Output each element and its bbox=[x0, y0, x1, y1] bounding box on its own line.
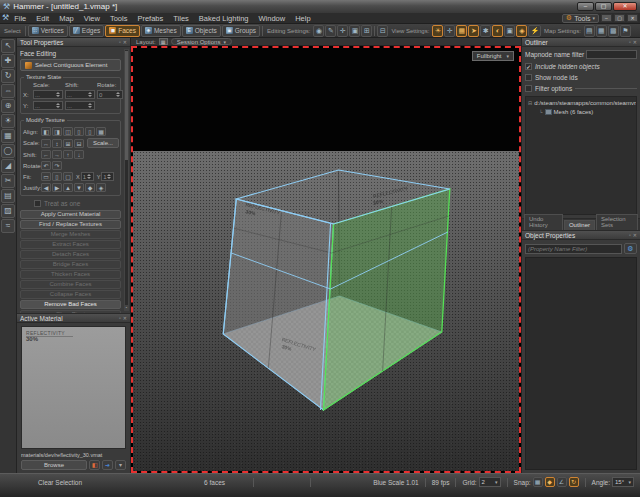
menu-map[interactable]: Map bbox=[54, 14, 79, 23]
fullbright-dropdown[interactable]: Fullbright ▾ bbox=[472, 51, 514, 61]
mode-objects-button[interactable]: E Objects bbox=[182, 25, 221, 37]
displacement-tool-button[interactable]: ≈ bbox=[1, 219, 15, 233]
tree-mesh-node[interactable]: └ Mesh (6 faces) bbox=[539, 109, 634, 115]
scale-x-field[interactable]: ... bbox=[33, 90, 63, 99]
collapse-icon[interactable]: ⊟ bbox=[528, 100, 532, 106]
tree-root-node[interactable]: ⊟ d:/steam/steamapps/common/steamvr/tool… bbox=[528, 100, 634, 106]
mdi-close-button[interactable]: ✕ bbox=[627, 14, 638, 22]
fit-y-field[interactable]: 1 bbox=[101, 172, 114, 181]
snap-rotation-icon[interactable]: ↻ bbox=[569, 477, 579, 487]
grid-size-dropdown[interactable]: 2 ▾ bbox=[479, 477, 501, 487]
snap-vertex-icon[interactable]: ◆ bbox=[545, 477, 555, 487]
mode-meshes-button[interactable]: ◈ Meshes bbox=[141, 25, 181, 37]
mdi-restore-button[interactable]: ▢ bbox=[614, 14, 625, 22]
apply-current-material-button[interactable]: Apply Current Material bbox=[20, 210, 121, 219]
show-node-ids-checkbox[interactable] bbox=[525, 74, 532, 81]
player-start-icon[interactable]: ✛ bbox=[444, 25, 455, 37]
scrollbar-end-icon[interactable]: ▪ bbox=[125, 305, 128, 310]
viewport-3d[interactable]: REFLECTIVITY 30% REFLECTIVITY 30% REFLEC… bbox=[131, 46, 521, 473]
scale-up-icon[interactable]: ⊞ bbox=[63, 139, 73, 148]
lasso-tool-button[interactable]: ◯ bbox=[1, 144, 15, 158]
scale-dialog-button[interactable]: Scale... bbox=[87, 138, 119, 148]
property-filter-input[interactable]: (Property Name Filter) bbox=[525, 244, 622, 254]
material-tool-button[interactable]: ▨ bbox=[1, 204, 15, 218]
fit-h-icon[interactable]: ▯ bbox=[52, 172, 62, 181]
shift-y-field[interactable]: ... bbox=[65, 101, 95, 110]
float-panel-icon[interactable]: ▫ bbox=[119, 315, 121, 321]
menu-view[interactable]: View bbox=[79, 14, 105, 23]
clip-tool-button[interactable]: ◢ bbox=[1, 159, 15, 173]
justify-left-icon[interactable]: ◀ bbox=[41, 183, 51, 192]
close-panel-icon[interactable]: ✕ bbox=[123, 39, 127, 45]
menu-tiles[interactable]: Tiles bbox=[168, 14, 194, 23]
fit-v-icon[interactable]: ▢ bbox=[63, 172, 73, 181]
maximize-button[interactable]: ▢ bbox=[595, 2, 612, 11]
runner-icon[interactable]: ⚡ bbox=[528, 25, 541, 37]
mode-groups-button[interactable]: ▣ Groups bbox=[222, 25, 260, 37]
mode-edges-button[interactable]: ╱ Edges bbox=[69, 25, 104, 37]
fullbright-icon[interactable]: ☀ bbox=[432, 25, 443, 37]
fit-both-icon[interactable]: ▭ bbox=[41, 172, 51, 181]
float-panel-icon[interactable]: ▫ bbox=[629, 232, 631, 238]
minimize-button[interactable]: – bbox=[577, 2, 594, 11]
float-panel-icon[interactable]: ▫ bbox=[119, 39, 121, 45]
align-left-icon[interactable]: ◧ bbox=[41, 127, 51, 136]
tab-selection-sets[interactable]: Selection Sets bbox=[596, 214, 638, 230]
tab-outliner[interactable]: Outliner bbox=[564, 220, 595, 230]
align-bottom-icon[interactable]: ▯ bbox=[85, 127, 95, 136]
shift-x-field[interactable]: ... bbox=[65, 90, 95, 99]
shift-up-icon[interactable]: ↑ bbox=[63, 150, 73, 159]
menu-window[interactable]: Window bbox=[253, 14, 290, 23]
rotate-field[interactable]: 0 bbox=[97, 90, 123, 99]
scrollbar-thumb[interactable] bbox=[125, 51, 128, 160]
close-panel-icon[interactable]: ✕ bbox=[123, 315, 127, 321]
rotate-ccw-icon[interactable]: ↶ bbox=[41, 161, 51, 170]
close-button[interactable]: ✕ bbox=[613, 2, 637, 11]
move-tool-button[interactable]: ✚ bbox=[1, 54, 15, 68]
menu-prefabs[interactable]: Prefabs bbox=[132, 14, 168, 23]
compile-icon[interactable]: ▤ bbox=[584, 25, 595, 37]
justify-bottom-icon[interactable]: ▼ bbox=[74, 183, 84, 192]
light-tool-button[interactable]: ☀ bbox=[1, 114, 15, 128]
mapnode-filter-input[interactable] bbox=[586, 50, 637, 59]
rotate-tool-button[interactable]: ↻ bbox=[1, 69, 15, 83]
flag-icon[interactable]: ⚑ bbox=[620, 25, 631, 37]
rotate-cw-icon[interactable]: ↷ bbox=[52, 161, 62, 170]
scale-tool-button[interactable]: ⇔ bbox=[1, 84, 15, 98]
property-gear-icon[interactable]: ⚙ bbox=[624, 243, 637, 254]
close-panel-icon[interactable]: ✕ bbox=[633, 39, 637, 45]
close-panel-icon[interactable]: ✕ bbox=[633, 232, 637, 238]
layout-grid-icon[interactable]: ▦ bbox=[159, 38, 168, 45]
float-panel-icon[interactable]: ▫ bbox=[629, 39, 631, 45]
grid-icon[interactable]: ▣ bbox=[504, 25, 515, 37]
menu-edit[interactable]: Edit bbox=[31, 14, 54, 23]
shift-right-icon[interactable]: → bbox=[52, 150, 62, 159]
find-replace-textures-button[interactable]: Find / Replace Textures bbox=[20, 220, 121, 229]
shift-left-icon[interactable]: ← bbox=[41, 150, 51, 159]
angle-dropdown[interactable]: 15° ▾ bbox=[612, 477, 634, 487]
select-contiguous-button[interactable]: Select Contiguous Element bbox=[20, 59, 121, 71]
clear-selection-status[interactable]: Clear Selection bbox=[36, 479, 84, 486]
collision-icon[interactable]: ✱ bbox=[480, 25, 491, 37]
justify-center-icon[interactable]: ◆ bbox=[85, 183, 95, 192]
texture-lock-icon[interactable]: ▦ bbox=[596, 25, 607, 37]
show-node-ids-row[interactable]: Show node ids bbox=[525, 74, 637, 81]
entity-icons-icon[interactable]: ➤ bbox=[468, 25, 479, 37]
magnet-icon[interactable]: ✛ bbox=[337, 25, 348, 37]
browse-button[interactable]: Browse bbox=[21, 460, 87, 470]
fog-icon[interactable]: ◐ bbox=[492, 25, 503, 37]
filter-options-checkbox[interactable] bbox=[525, 85, 532, 92]
displacement-mask-icon[interactable]: ▩ bbox=[608, 25, 619, 37]
texture-tool-button[interactable]: ▤ bbox=[1, 189, 15, 203]
tool-properties-scrollbar[interactable]: ▪ bbox=[124, 49, 129, 311]
include-hidden-checkbox[interactable]: ✓ bbox=[525, 63, 532, 70]
scale-down-icon[interactable]: ⊟ bbox=[74, 139, 84, 148]
tools-dropdown[interactable]: ⚙ Tools ▾ bbox=[562, 14, 599, 23]
menu-help[interactable]: Help bbox=[290, 14, 315, 23]
fit-x-field[interactable]: 1 bbox=[81, 172, 94, 181]
align-top-icon[interactable]: ▯ bbox=[74, 127, 84, 136]
scale-y-field[interactable]: ... bbox=[33, 101, 63, 110]
mode-vertices-button[interactable]: ∷ Vertices bbox=[28, 25, 68, 37]
snap-grid-icon[interactable]: ▦ bbox=[533, 477, 543, 487]
cube-left-face[interactable] bbox=[223, 199, 333, 410]
